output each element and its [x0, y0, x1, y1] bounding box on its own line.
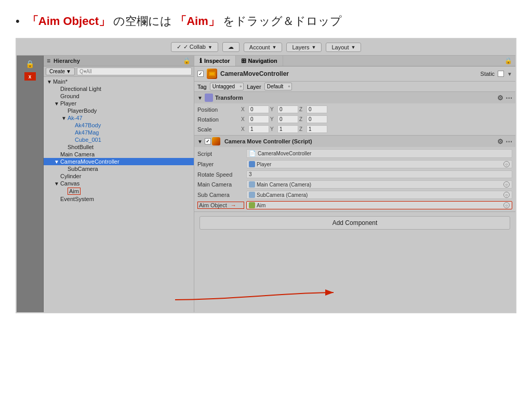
create-button[interactable]: Create ▼: [46, 68, 75, 75]
static-dropdown-icon[interactable]: ▼: [507, 71, 512, 77]
static-checkbox[interactable]: [498, 71, 504, 77]
sub-camera-field[interactable]: SubCamera (Camera) ○: [246, 191, 512, 199]
layer-select[interactable]: Default ⬦: [264, 83, 292, 90]
pos-y-input[interactable]: [277, 105, 298, 113]
hierarchy-item-ak47mag[interactable]: Ak47Mag: [44, 129, 194, 136]
sub-camera-value: SubCamera (Camera): [257, 192, 308, 198]
main-camera-label: Main Camera: [197, 181, 244, 188]
cmc-collapse-icon: ▼: [197, 139, 203, 144]
layout-button[interactable]: Layout ▼: [326, 43, 361, 52]
hierarchy-item-ak47[interactable]: ▼Ak-47: [44, 114, 194, 122]
hierarchy-item-ground[interactable]: Ground: [44, 92, 194, 100]
scale-y-input[interactable]: [277, 125, 298, 133]
rotate-speed-value: 3: [249, 171, 252, 177]
collab-button[interactable]: ✓ ✓ Collab ▼: [171, 42, 218, 52]
hierarchy-item-canvas[interactable]: ▼Canvas: [44, 180, 194, 187]
hierarchy-item-main[interactable]: ▼Main*: [44, 78, 194, 85]
collab-arrow: ▼: [208, 45, 212, 50]
rotate-speed-row: Rotate Speed 3: [194, 169, 515, 179]
obj-active-checkbox[interactable]: ✓: [197, 71, 204, 77]
transform-menu-icon[interactable]: ⋯: [506, 94, 512, 102]
pos-z-label: Z: [299, 107, 305, 112]
hierarchy-list: ▼Main*Directional LightGround▼PlayerPlay…: [44, 77, 194, 312]
hierarchy-item-aim[interactable]: Aim: [44, 187, 194, 195]
pos-x-input[interactable]: [248, 105, 269, 113]
sub-camera-select-btn[interactable]: ○: [503, 192, 510, 198]
account-button[interactable]: Account ▼: [244, 43, 283, 52]
scale-label: Scale: [197, 126, 239, 132]
position-row: Position X Y Z: [194, 104, 515, 114]
hierarchy-item-label: ShotBullet: [68, 144, 94, 150]
hierarchy-item-label: Aim: [68, 188, 81, 195]
layers-button[interactable]: Layers ▼: [286, 43, 322, 52]
scale-row: Scale X Y Z: [194, 124, 515, 134]
script-file-icon: 📄: [249, 150, 256, 157]
hierarchy-item-player[interactable]: ▼Player: [44, 100, 194, 107]
hierarchy-item-label: Main Camera: [60, 151, 95, 157]
inspector-tab-label: Inspector: [204, 58, 230, 64]
camera-script-component: ▼ ✓ Camera Move Controller (Script) ⚙ ⋯: [194, 136, 515, 212]
rot-y-input[interactable]: [277, 115, 298, 123]
cloud-button[interactable]: ☁: [222, 42, 240, 52]
rot-x-input[interactable]: [248, 115, 269, 123]
svg-rect-2: [210, 73, 214, 75]
tab-inspector[interactable]: ℹ Inspector: [194, 56, 236, 66]
cmc-checkbox[interactable]: ✓: [205, 138, 211, 144]
cmc-settings-icon[interactable]: ⚙: [497, 138, 503, 145]
cmc-menu-icon[interactable]: ⋯: [506, 138, 512, 145]
camera-script-rows: Script 📄 CameraMoveController Player: [194, 147, 515, 211]
scale-z-input[interactable]: [307, 125, 327, 133]
title-area: • 「Aim Object」 の空欄には 「Aim」 をドラッグ＆ドロップ: [0, 0, 532, 38]
cmc-icon-wrap: ✓: [205, 137, 220, 145]
hierarchy-item-label: CameraMoveController: [60, 158, 119, 165]
title-end: をドラッグ＆ドロップ: [223, 15, 342, 28]
rot-x-label: X: [241, 116, 247, 122]
hierarchy-title: Hierarchy: [54, 58, 80, 64]
player-field[interactable]: Player ○: [246, 160, 512, 168]
tab-navigation[interactable]: ⊞ Navigation: [236, 56, 283, 66]
hierarchy-icon: ≡: [47, 57, 50, 64]
hierarchy-item-ak47body[interactable]: Ak47Body: [44, 122, 194, 129]
hierarchy-item-playerbody[interactable]: PlayerBody: [44, 107, 194, 114]
hierarchy-item-cube001[interactable]: Cube_001: [44, 136, 194, 143]
collab-check: ✓: [177, 44, 181, 50]
hierarchy-item-shotbullet[interactable]: ShotBullet: [44, 143, 194, 151]
account-label: Account: [249, 44, 270, 50]
sub-camera-label: Sub Camera: [197, 192, 244, 198]
obj-name: CameraMoveController: [220, 70, 477, 77]
obj-icon: [207, 69, 217, 79]
aim-select-btn[interactable]: ○: [503, 202, 510, 208]
pos-x-label: X: [241, 107, 247, 112]
pos-z-input[interactable]: [307, 105, 327, 113]
player-value: Player: [257, 162, 271, 167]
main-camera-field[interactable]: Main Camera (Camera) ○: [246, 180, 512, 189]
hierarchy-item-cylinder[interactable]: Cylinder: [44, 172, 194, 180]
title-mid: の空欄には: [113, 15, 172, 28]
rot-z-input[interactable]: [307, 115, 327, 123]
hierarchy-search-input[interactable]: [77, 68, 192, 75]
inspector-tabs: ℹ Inspector ⊞ Navigation 🔒: [194, 56, 515, 66]
transform-header[interactable]: ▼ Transform ⚙ ⋯: [194, 92, 515, 103]
bullet: •: [16, 15, 20, 28]
hierarchy-item-maincamera[interactable]: Main Camera: [44, 151, 194, 158]
add-component-button[interactable]: Add Component: [200, 216, 510, 230]
camera-script-header[interactable]: ▼ ✓ Camera Move Controller (Script) ⚙ ⋯: [194, 136, 515, 147]
tag-select[interactable]: Untagged ⬦: [210, 83, 244, 90]
hierarchy-item-dir-light[interactable]: Directional Light: [44, 85, 194, 92]
aim-object-field[interactable]: Aim ○: [246, 201, 512, 209]
layer-label: Layer: [247, 84, 261, 90]
player-select-btn[interactable]: ○: [503, 161, 510, 167]
hierarchy-item-eventsystem[interactable]: EventSystem: [44, 195, 194, 203]
sub-camera-icon: [249, 192, 255, 198]
script-value: 📄 CameraMoveController: [246, 149, 512, 158]
player-icon: [249, 161, 255, 167]
layers-arrow: ▼: [312, 45, 316, 50]
hierarchy-item-cameramovecontroller[interactable]: ▼CameraMoveController: [44, 158, 194, 165]
scale-x-input[interactable]: [248, 125, 269, 133]
hierarchy-item-subcamera[interactable]: SubCamera: [44, 165, 194, 172]
tag-select-arrow: ⬦: [240, 84, 242, 88]
main-camera-select-btn[interactable]: ○: [503, 181, 510, 188]
screenshot-container: ✓ ✓ Collab ▼ ☁ Account ▼ Layers ▼ Layout…: [16, 38, 516, 313]
transform-settings-icon[interactable]: ⚙: [497, 94, 503, 102]
rotate-speed-field[interactable]: 3: [246, 170, 512, 178]
